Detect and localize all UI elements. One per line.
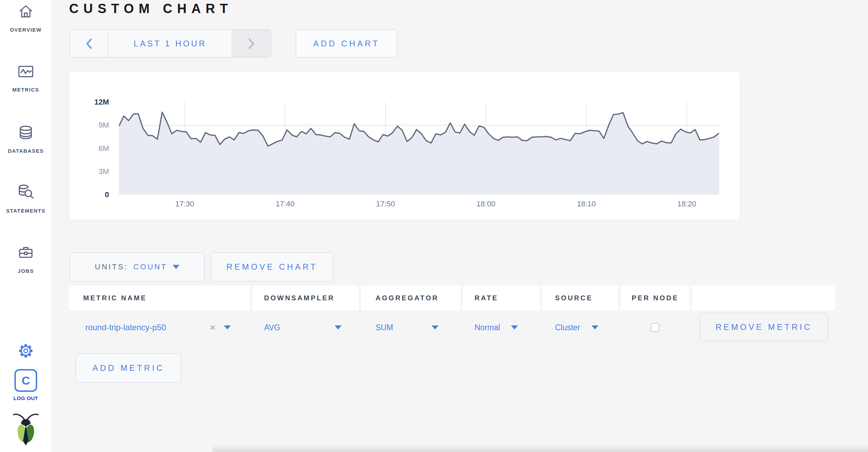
sidebar-item-statements[interactable]: STATEMENTS [0,184,52,214]
metrics-icon [18,63,34,80]
sidebar-item-metrics[interactable]: METRICS [0,63,52,93]
y-tick-label: 12M [71,97,109,107]
sidebar-item-label: DATABASES [8,148,44,154]
column-header-actions [692,286,835,310]
sidebar: OVERVIEW METRICS DATABASES [0,0,52,452]
cockroach-c-logo-icon: C [14,369,37,392]
aggregator-select[interactable]: SUM [361,310,460,345]
units-label: UNITS: [95,262,128,271]
chevron-down-icon [592,325,598,330]
sidebar-item-jobs[interactable]: JOBS [0,245,52,274]
jobs-icon [18,245,34,261]
metric-table-row: round-trip-latency-p50 × AVG SUM Normal … [69,310,835,345]
y-tick-label: 3M [71,167,109,176]
sidebar-item-databases[interactable]: DATABASES [0,125,52,154]
chevron-down-icon[interactable] [224,325,231,330]
logout-label: LOG OUT [13,395,38,401]
time-window-next-button[interactable] [232,30,271,57]
aggregator-value: SUM [376,323,393,332]
time-window-dropdown[interactable]: LAST 1 HOUR [108,30,232,57]
per-node-checkbox[interactable] [651,323,660,332]
sidebar-item-label: METRICS [12,87,39,93]
sidebar-item-label: JOBS [18,268,34,274]
remove-chart-button[interactable]: REMOVE CHART [211,252,333,281]
chart-panel: 03M6M9M12M 17:3017:4017:5018:0018:1018:2… [69,71,740,220]
metrics-table-header: METRIC NAME DOWNSAMPLER AGGREGATOR RATE … [69,286,835,310]
databases-icon [18,125,34,141]
y-tick-label: 6M [71,144,109,153]
page-title: CUSTOM CHART [69,1,233,16]
column-header-per-node: PER NODE [621,286,690,310]
add-metric-button[interactable]: ADD METRIC [76,354,181,383]
statements-icon [17,184,34,201]
x-tick-label: 18:10 [562,200,610,208]
x-tick-label: 18:20 [663,200,711,208]
cockroach-bug-icon [0,412,52,446]
chevron-right-icon [248,38,255,50]
gear-icon [17,342,35,360]
units-value: COUNT [133,262,167,271]
y-axis-labels: 03M6M9M12M [69,102,114,195]
downsampler-value: AVG [264,323,280,332]
column-header-rate: RATE [463,286,540,310]
metric-name-value: round-trip-latency-p50 [85,323,166,332]
remove-metric-button[interactable]: REMOVE METRIC [699,313,828,341]
sidebar-item-label: STATEMENTS [6,208,45,214]
chevron-down-icon [432,325,438,330]
add-chart-button[interactable]: ADD CHART [296,30,397,57]
logout-button[interactable]: C LOG OUT [0,369,52,401]
logo-letter: C [22,374,30,387]
bottom-shadow [213,444,868,452]
time-window-selector: LAST 1 HOUR [70,30,271,57]
rate-select[interactable]: Normal [463,310,540,345]
column-header-downsampler: DOWNSAMPLER [252,286,359,310]
source-value: Cluster [555,323,580,332]
rate-value: Normal [475,323,500,332]
column-header-source: SOURCE [542,286,618,310]
sidebar-item-label: OVERVIEW [10,27,42,33]
chevron-down-icon [511,325,518,330]
chevron-left-icon [85,38,93,50]
chevron-down-icon [173,265,180,269]
units-dropdown[interactable]: UNITS: COUNT [70,252,205,281]
column-header-aggregator: AGGREGATOR [361,286,460,310]
column-header-metric-name: METRIC NAME [69,286,250,310]
sidebar-item-overview[interactable]: OVERVIEW [0,3,52,33]
x-tick-label: 17:50 [361,200,410,208]
clear-metric-icon[interactable]: × [209,322,216,333]
home-icon [18,3,34,20]
y-tick-label: 9M [71,120,109,130]
x-tick-label: 17:40 [261,200,309,208]
x-tick-label: 18:00 [462,200,510,208]
source-select[interactable]: Cluster [542,310,618,345]
time-window-prev-button[interactable] [70,30,108,57]
x-tick-label: 17:30 [161,200,209,208]
downsampler-select[interactable]: AVG [252,310,359,345]
x-axis-labels: 17:3017:4017:5018:0018:1018:20 [119,200,719,211]
chart-plot [119,102,719,195]
settings-button[interactable] [0,342,52,360]
metric-name-select[interactable]: round-trip-latency-p50 × [69,310,250,345]
y-tick-label: 0 [71,190,109,200]
chevron-down-icon [335,325,341,330]
